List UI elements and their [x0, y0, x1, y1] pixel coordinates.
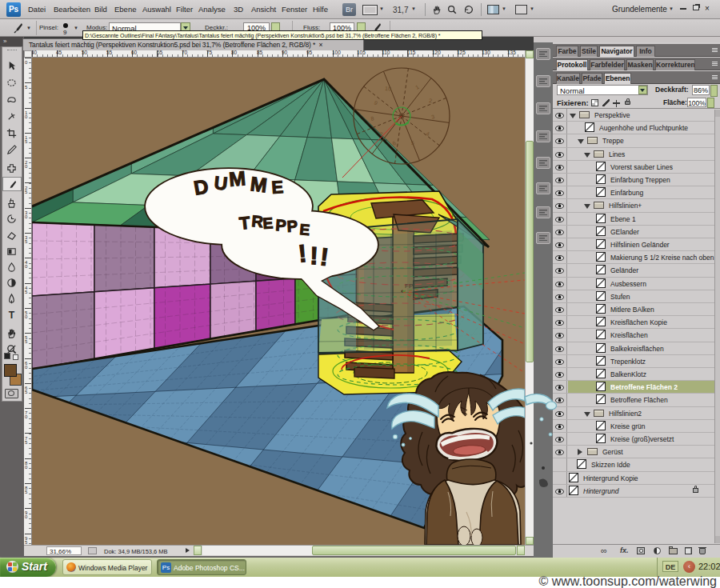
svg-text:E: E — [271, 177, 284, 198]
svg-text:!: ! — [310, 242, 319, 270]
svg-text:U: U — [213, 172, 228, 194]
svg-text:FP: FP — [405, 282, 413, 290]
svg-text:T: T — [9, 310, 15, 321]
svg-text:5: 5 — [411, 140, 414, 146]
svg-text:10: 10 — [385, 86, 391, 91]
svg-text:E: E — [262, 214, 274, 232]
svg-text:E: E — [299, 221, 310, 238]
svg-text:P: P — [275, 216, 287, 234]
svg-text:M: M — [228, 166, 246, 190]
svg-text:M: M — [249, 172, 268, 196]
svg-text:P: P — [286, 217, 298, 235]
